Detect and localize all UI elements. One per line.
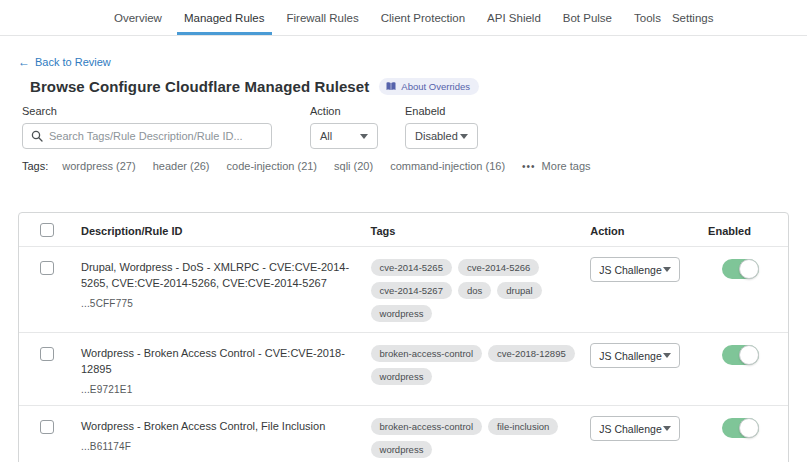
tag-pill: wordpress: [371, 441, 433, 458]
rule-tags: broken-access-controlfile-inclusionwordp…: [371, 418, 581, 458]
tags-bar-label: Tags:: [22, 160, 48, 172]
nav-tab-managed-rules[interactable]: Managed Rules: [173, 0, 276, 35]
rule-action-select[interactable]: JS Challenge: [590, 257, 680, 282]
rule-description: Wordpress - Broken Access Control, File …: [81, 418, 357, 434]
table-row: Wordpress - Broken Access Control - CVE:…: [19, 333, 788, 406]
col-header-tags: Tags: [371, 225, 396, 237]
rule-action-value: JS Challenge: [599, 264, 661, 276]
rule-tags: cve-2014-5265cve-2014-5266cve-2014-5267d…: [371, 259, 581, 322]
top-navigation: OverviewManaged RulesFirewall RulesClien…: [0, 0, 807, 36]
tag-pill: drupal: [497, 282, 541, 299]
tag-pill: wordpress: [371, 305, 433, 322]
nav-tab-client-protection[interactable]: Client Protection: [370, 0, 476, 35]
about-overrides-badge[interactable]: About Overrides: [379, 78, 479, 95]
tag-pill: cve-2018-12895: [488, 345, 575, 362]
toggle-knob: [739, 259, 759, 279]
enabled-toggle[interactable]: [722, 418, 759, 438]
table-body: Drupal, Wordpress - DoS - XMLRPC - CVE:C…: [19, 247, 788, 462]
select-all-checkbox[interactable]: [40, 223, 54, 237]
action-filter-select[interactable]: All: [310, 123, 378, 149]
rule-action-select[interactable]: JS Challenge: [590, 343, 680, 368]
row-checkbox[interactable]: [40, 261, 54, 275]
toggle-knob: [739, 345, 759, 365]
tags-bar-items: wordpress (27)header (26)code-injection …: [62, 160, 522, 172]
chevron-down-icon: [663, 267, 671, 272]
col-header-enabled: Enabled: [708, 225, 751, 237]
tag-pill: dos: [458, 282, 491, 299]
ellipsis-icon: •••: [522, 161, 536, 172]
rule-id: ...E9721E1: [81, 384, 357, 395]
tag-pill: cve-2014-5266: [458, 259, 539, 276]
more-tags-label: More tags: [542, 160, 591, 172]
enabled-filter-value: Disabled: [415, 130, 458, 142]
toggle-knob: [739, 418, 759, 438]
tag-pill: wordpress: [371, 368, 433, 385]
rule-action-value: JS Challenge: [599, 350, 661, 362]
rule-action-value: JS Challenge: [599, 423, 661, 435]
tag-filter-item[interactable]: sqli (20): [334, 160, 373, 172]
col-header-action: Action: [590, 225, 624, 237]
rules-table: Description/Rule ID Tags Action Enabled …: [18, 212, 789, 462]
managed-ruleset-page: OverviewManaged RulesFirewall RulesClien…: [0, 0, 807, 462]
chevron-down-icon: [460, 134, 468, 139]
tag-pill: broken-access-control: [371, 418, 482, 435]
rule-description: Wordpress - Broken Access Control - CVE:…: [81, 345, 357, 377]
search-input[interactable]: [49, 130, 263, 142]
enabled-filter-select[interactable]: Disabled: [405, 123, 478, 149]
tab-settings[interactable]: Settings: [672, 0, 714, 35]
rule-id: ...5CFF775: [81, 298, 357, 309]
row-checkbox[interactable]: [40, 420, 54, 434]
book-icon: [386, 82, 396, 91]
search-icon: [31, 130, 43, 142]
col-header-description: Description/Rule ID: [81, 225, 182, 237]
more-tags-button[interactable]: ••• More tags: [522, 160, 590, 172]
action-filter-value: All: [320, 130, 332, 142]
nav-tab-firewall-rules[interactable]: Firewall Rules: [276, 0, 370, 35]
rule-id: ...B61174F: [81, 441, 357, 452]
tag-pill: cve-2014-5265: [371, 259, 452, 276]
tag-filter-item[interactable]: wordpress (27): [62, 160, 135, 172]
back-to-review-link[interactable]: ← Back to Review: [18, 55, 111, 69]
enabled-filter-label: Enabeld: [405, 105, 478, 117]
rule-tags: broken-access-controlcve-2018-12895wordp…: [371, 345, 581, 385]
row-checkbox[interactable]: [40, 347, 54, 361]
nav-tab-tools[interactable]: Tools: [623, 0, 672, 35]
tag-filter-item[interactable]: header (26): [153, 160, 210, 172]
rule-action-select[interactable]: JS Challenge: [590, 416, 680, 441]
rule-description: Drupal, Wordpress - DoS - XMLRPC - CVE:C…: [81, 259, 357, 291]
table-header-row: Description/Rule ID Tags Action Enabled: [19, 213, 788, 247]
chevron-down-icon: [663, 353, 671, 358]
tag-pill: broken-access-control: [371, 345, 482, 362]
back-arrow-icon: ←: [18, 55, 30, 69]
tag-filter-item[interactable]: code-injection (21): [227, 160, 318, 172]
table-row: Drupal, Wordpress - DoS - XMLRPC - CVE:C…: [19, 247, 788, 333]
nav-tabs: OverviewManaged RulesFirewall RulesClien…: [103, 0, 672, 35]
tag-pill: cve-2014-5267: [371, 282, 452, 299]
table-row: Wordpress - Broken Access Control, File …: [19, 406, 788, 462]
chevron-down-icon: [663, 426, 671, 431]
nav-tab-api-shield[interactable]: API Shield: [476, 0, 552, 35]
tag-filter-item[interactable]: command-injection (16): [390, 160, 505, 172]
chevron-down-icon: [360, 134, 368, 139]
enabled-toggle[interactable]: [722, 259, 759, 279]
tags-bar: Tags: wordpress (27)header (26)code-inje…: [22, 160, 591, 172]
tag-pill: file-inclusion: [488, 418, 558, 435]
search-box: [22, 123, 272, 149]
search-label: Search: [22, 105, 272, 117]
enabled-toggle[interactable]: [722, 345, 759, 365]
nav-tab-bot-pulse[interactable]: Bot Pulse: [552, 0, 623, 35]
action-filter-label: Action: [310, 105, 378, 117]
nav-tab-overview[interactable]: Overview: [103, 0, 173, 35]
back-link-label: Back to Review: [35, 56, 111, 68]
badge-label: About Overrides: [401, 81, 470, 92]
page-title: Browse Configure Cloudflare Managed Rule…: [30, 78, 369, 95]
